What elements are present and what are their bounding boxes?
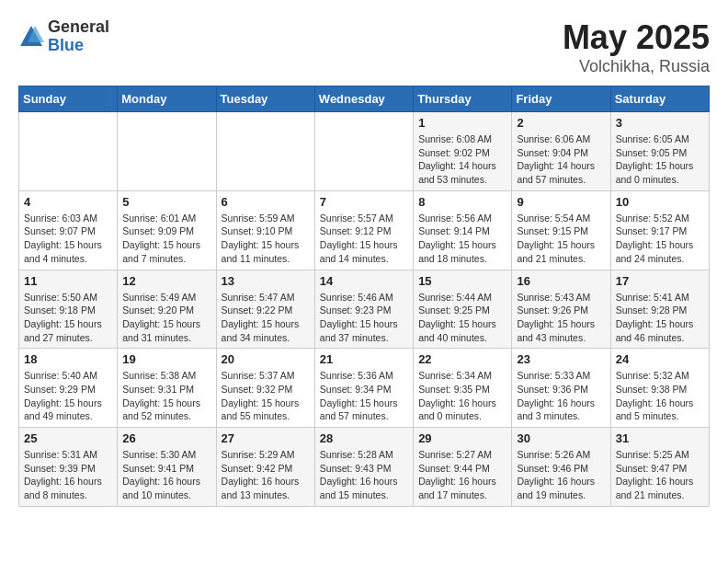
calendar-week-5: 25Sunrise: 5:31 AMSunset: 9:39 PMDayligh… (19, 428, 710, 507)
day-number: 1 (418, 116, 506, 130)
calendar-cell: 29Sunrise: 5:27 AMSunset: 9:44 PMDayligh… (414, 428, 512, 507)
day-info: Sunrise: 5:36 AMSunset: 9:34 PMDaylight:… (320, 369, 408, 423)
day-number: 10 (616, 195, 704, 209)
day-info: Sunrise: 5:27 AMSunset: 9:44 PMDaylight:… (418, 448, 506, 502)
day-info: Sunrise: 5:26 AMSunset: 9:46 PMDaylight:… (517, 448, 605, 502)
day-info: Sunrise: 5:31 AMSunset: 9:39 PMDaylight:… (24, 448, 112, 502)
calendar-cell: 14Sunrise: 5:46 AMSunset: 9:23 PMDayligh… (314, 270, 413, 349)
day-info: Sunrise: 5:43 AMSunset: 9:26 PMDaylight:… (517, 291, 605, 345)
day-number: 23 (517, 352, 605, 366)
day-info: Sunrise: 5:44 AMSunset: 9:25 PMDaylight:… (418, 291, 506, 345)
calendar-cell: 23Sunrise: 5:33 AMSunset: 9:36 PMDayligh… (512, 349, 610, 428)
day-number: 11 (24, 274, 112, 288)
day-number: 6 (222, 195, 310, 209)
calendar-cell: 7Sunrise: 5:57 AMSunset: 9:12 PMDaylight… (314, 190, 413, 270)
day-info: Sunrise: 5:57 AMSunset: 9:12 PMDaylight:… (320, 212, 408, 266)
calendar-cell: 8Sunrise: 5:56 AMSunset: 9:14 PMDaylight… (414, 190, 512, 270)
day-info: Sunrise: 5:59 AMSunset: 9:10 PMDaylight:… (222, 212, 310, 266)
calendar-table: SundayMondayTuesdayWednesdayThursdayFrid… (18, 86, 710, 507)
calendar-cell: 25Sunrise: 5:31 AMSunset: 9:39 PMDayligh… (19, 428, 118, 507)
day-number: 3 (616, 116, 704, 130)
calendar-cell (19, 112, 118, 191)
header-day-sunday: Sunday (19, 86, 118, 112)
day-number: 8 (418, 195, 506, 209)
day-number: 30 (517, 431, 605, 445)
day-number: 13 (222, 274, 310, 288)
header-day-tuesday: Tuesday (216, 86, 314, 112)
calendar-cell (118, 112, 216, 191)
calendar-week-1: 1Sunrise: 6:08 AMSunset: 9:02 PMDaylight… (19, 112, 710, 191)
day-number: 22 (418, 352, 506, 366)
day-info: Sunrise: 5:49 AMSunset: 9:20 PMDaylight:… (122, 291, 210, 345)
calendar-cell: 2Sunrise: 6:06 AMSunset: 9:04 PMDaylight… (512, 112, 610, 191)
day-info: Sunrise: 5:46 AMSunset: 9:23 PMDaylight:… (320, 291, 408, 345)
day-info: Sunrise: 6:01 AMSunset: 9:09 PMDaylight:… (122, 212, 210, 266)
day-info: Sunrise: 5:32 AMSunset: 9:38 PMDaylight:… (616, 369, 704, 423)
day-number: 18 (24, 352, 112, 366)
day-number: 17 (616, 274, 704, 288)
day-info: Sunrise: 5:54 AMSunset: 9:15 PMDaylight:… (517, 212, 605, 266)
logo-blue-text: Blue (48, 37, 109, 55)
calendar-cell: 4Sunrise: 6:03 AMSunset: 9:07 PMDaylight… (19, 190, 118, 270)
calendar-cell: 10Sunrise: 5:52 AMSunset: 9:17 PMDayligh… (610, 190, 709, 270)
day-info: Sunrise: 5:33 AMSunset: 9:36 PMDaylight:… (517, 369, 605, 423)
header-day-friday: Friday (512, 86, 610, 112)
calendar-cell: 17Sunrise: 5:41 AMSunset: 9:28 PMDayligh… (610, 270, 709, 349)
calendar-header: SundayMondayTuesdayWednesdayThursdayFrid… (19, 86, 710, 112)
calendar-cell: 15Sunrise: 5:44 AMSunset: 9:25 PMDayligh… (414, 270, 512, 349)
logo-icon (18, 24, 44, 50)
calendar-week-4: 18Sunrise: 5:40 AMSunset: 9:29 PMDayligh… (19, 349, 710, 428)
calendar-cell: 11Sunrise: 5:50 AMSunset: 9:18 PMDayligh… (19, 270, 118, 349)
day-number: 19 (122, 352, 210, 366)
header: General Blue May 2025 Volchikha, Russia (18, 18, 710, 76)
calendar-cell: 20Sunrise: 5:37 AMSunset: 9:32 PMDayligh… (216, 349, 314, 428)
calendar-cell: 5Sunrise: 6:01 AMSunset: 9:09 PMDaylight… (118, 190, 216, 270)
header-row: SundayMondayTuesdayWednesdayThursdayFrid… (19, 86, 710, 112)
day-info: Sunrise: 5:28 AMSunset: 9:43 PMDaylight:… (320, 448, 408, 502)
calendar-week-2: 4Sunrise: 6:03 AMSunset: 9:07 PMDaylight… (19, 190, 710, 270)
day-number: 27 (222, 431, 310, 445)
calendar-cell: 13Sunrise: 5:47 AMSunset: 9:22 PMDayligh… (216, 270, 314, 349)
day-info: Sunrise: 5:25 AMSunset: 9:47 PMDaylight:… (616, 448, 704, 502)
calendar-cell: 26Sunrise: 5:30 AMSunset: 9:41 PMDayligh… (118, 428, 216, 507)
day-number: 9 (517, 195, 605, 209)
calendar-cell: 27Sunrise: 5:29 AMSunset: 9:42 PMDayligh… (216, 428, 314, 507)
day-number: 2 (517, 116, 605, 130)
day-info: Sunrise: 5:47 AMSunset: 9:22 PMDaylight:… (222, 291, 310, 345)
calendar-cell: 6Sunrise: 5:59 AMSunset: 9:10 PMDaylight… (216, 190, 314, 270)
calendar-cell: 16Sunrise: 5:43 AMSunset: 9:26 PMDayligh… (512, 270, 610, 349)
calendar-cell: 12Sunrise: 5:49 AMSunset: 9:20 PMDayligh… (118, 270, 216, 349)
calendar-cell: 19Sunrise: 5:38 AMSunset: 9:31 PMDayligh… (118, 349, 216, 428)
day-info: Sunrise: 6:08 AMSunset: 9:02 PMDaylight:… (418, 132, 506, 187)
calendar-cell: 22Sunrise: 5:34 AMSunset: 9:35 PMDayligh… (414, 349, 512, 428)
day-number: 20 (222, 352, 310, 366)
calendar-cell: 28Sunrise: 5:28 AMSunset: 9:43 PMDayligh… (314, 428, 413, 507)
day-info: Sunrise: 5:50 AMSunset: 9:18 PMDaylight:… (24, 291, 112, 345)
day-number: 31 (616, 431, 704, 445)
day-info: Sunrise: 5:56 AMSunset: 9:14 PMDaylight:… (418, 212, 506, 266)
day-number: 29 (418, 431, 506, 445)
header-day-thursday: Thursday (414, 86, 512, 112)
calendar-cell: 24Sunrise: 5:32 AMSunset: 9:38 PMDayligh… (610, 349, 709, 428)
calendar-cell: 9Sunrise: 5:54 AMSunset: 9:15 PMDaylight… (512, 190, 610, 270)
calendar-cell (314, 112, 413, 191)
calendar-cell (216, 112, 314, 191)
calendar-cell: 21Sunrise: 5:36 AMSunset: 9:34 PMDayligh… (314, 349, 413, 428)
day-number: 7 (320, 195, 408, 209)
calendar-cell: 31Sunrise: 5:25 AMSunset: 9:47 PMDayligh… (610, 428, 709, 507)
calendar-cell: 18Sunrise: 5:40 AMSunset: 9:29 PMDayligh… (19, 349, 118, 428)
day-number: 24 (616, 352, 704, 366)
title-area: May 2025 Volchikha, Russia (563, 18, 710, 76)
day-number: 21 (320, 352, 408, 366)
calendar-cell: 3Sunrise: 6:05 AMSunset: 9:05 PMDaylight… (610, 112, 709, 191)
day-info: Sunrise: 5:37 AMSunset: 9:32 PMDaylight:… (222, 369, 310, 423)
header-day-monday: Monday (118, 86, 216, 112)
header-day-wednesday: Wednesday (314, 86, 413, 112)
day-info: Sunrise: 6:06 AMSunset: 9:04 PMDaylight:… (517, 132, 605, 187)
month-title: May 2025 (563, 18, 710, 57)
day-number: 14 (320, 274, 408, 288)
day-info: Sunrise: 5:29 AMSunset: 9:42 PMDaylight:… (222, 448, 310, 502)
day-info: Sunrise: 6:03 AMSunset: 9:07 PMDaylight:… (24, 212, 112, 266)
day-info: Sunrise: 5:34 AMSunset: 9:35 PMDaylight:… (418, 369, 506, 423)
calendar-body: 1Sunrise: 6:08 AMSunset: 9:02 PMDaylight… (19, 112, 710, 507)
